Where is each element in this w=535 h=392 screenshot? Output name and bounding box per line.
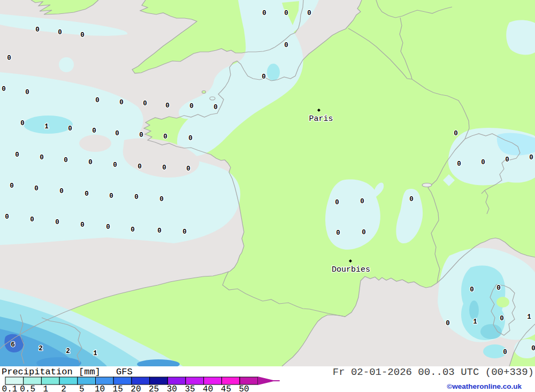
map-value-label: 0	[409, 196, 414, 203]
legend-color-stop	[150, 377, 168, 385]
map-value-label: 0	[457, 160, 461, 168]
map-value-label: 0	[496, 285, 501, 292]
legend-color-stop	[186, 377, 204, 385]
map-value-label: 0	[68, 125, 72, 133]
legend-tick-label: 5	[79, 385, 85, 392]
map-value-label: 0	[119, 99, 124, 106]
map-value-label: 0	[360, 198, 364, 205]
lake-geneva	[422, 183, 432, 187]
legend-tick-label: 2	[61, 385, 66, 392]
map-value-label: 0	[2, 86, 6, 93]
map-value-label: 0	[34, 185, 39, 193]
map-value-label: 6	[11, 341, 15, 349]
copyright-link[interactable]: ©weatheronline.co.uk	[447, 382, 522, 390]
map-value-label: 0	[307, 10, 311, 17]
map-value-label: 0	[165, 102, 170, 110]
map-value-label: 1	[93, 350, 97, 357]
legend-color-stop	[24, 377, 42, 385]
legend-color-stop	[204, 377, 222, 385]
map-value-label: 0	[7, 55, 11, 62]
map-value-label: 0	[189, 103, 194, 110]
map-value-label: 0	[20, 120, 25, 127]
map-value-label: 0	[95, 97, 100, 104]
map-value-label: 0	[336, 229, 340, 237]
weather-map-screenshot: 0000000000000000001000000000000000000000…	[0, 0, 535, 392]
map-value-label: 0	[88, 159, 93, 166]
precip-channel-spot	[267, 64, 280, 81]
map-value-label: 0	[92, 127, 96, 135]
legend-tick-label: 30	[167, 385, 177, 392]
legend-title: Precipitation	[2, 367, 73, 377]
legend-tick-label: 35	[185, 385, 195, 392]
legend-tick-label: 0.1	[2, 385, 18, 392]
legend-color-stop	[5, 377, 24, 385]
map-value-label: 0	[505, 156, 509, 164]
map-value-label: 0	[35, 26, 40, 34]
legend-color-stop	[167, 377, 186, 385]
city-label-paris: Paris	[309, 114, 333, 124]
legend-color-stop	[96, 377, 114, 385]
map-value-label: 0	[159, 196, 164, 203]
map-value-label: 1	[527, 313, 531, 321]
map-value-label: 0	[137, 163, 142, 171]
legend-tick-label: 0.5	[20, 385, 35, 392]
map-value-label: 0	[5, 213, 9, 221]
map-value-label: 0	[188, 135, 193, 142]
map-value-label: 0	[58, 29, 62, 36]
map-value-label: 2	[39, 345, 43, 352]
map-value-label: 0	[163, 133, 167, 141]
legend-color-stop	[221, 377, 240, 385]
legend-tick-label: 20	[131, 385, 141, 392]
legend-tick-label: 10	[95, 385, 105, 392]
legend-model: GFS	[116, 367, 133, 377]
map-value-label: 0	[481, 159, 485, 166]
map-value-label: 0	[335, 199, 339, 206]
map-value-label: 0	[55, 219, 59, 226]
map-value-label: 0	[80, 221, 85, 229]
map-value-label: 0	[262, 73, 266, 81]
map-value-label: 0	[30, 216, 34, 224]
map-value-label: 0	[15, 151, 19, 159]
map-value-label: 0	[109, 193, 113, 200]
precipitation-map: 0000000000000000001000000000000000000000…	[0, 0, 535, 392]
map-value-label: 0	[529, 154, 533, 162]
map-value-label: 0	[143, 100, 147, 107]
map-value-label: 0	[40, 154, 44, 162]
legend-tick-label: 15	[113, 385, 123, 392]
legend-tick-label: 40	[203, 385, 213, 392]
legend-color-stop	[59, 377, 78, 385]
legend-color-stop	[113, 377, 132, 385]
map-value-label: 0	[500, 315, 504, 322]
map-value-label: 0	[157, 227, 162, 235]
map-value-label: 0	[362, 229, 366, 236]
legend-colorbar	[5, 376, 280, 385]
map-value-label: 0	[85, 190, 89, 198]
map-value-label: 0	[59, 188, 64, 195]
map-value-label: 0	[131, 226, 135, 234]
map-value-label: 0	[454, 130, 458, 137]
map-value-label: 1	[473, 318, 477, 326]
map-value-label: 0	[470, 286, 474, 294]
map-value-label: 0	[106, 224, 110, 231]
map-value-label: 0	[186, 165, 190, 173]
map-value-label: 0	[213, 104, 218, 111]
land-corsica-gap	[496, 297, 509, 308]
precip-teal-spot	[480, 324, 502, 339]
legend-tick-label: 1	[43, 385, 49, 392]
legend-unit: [mm]	[79, 367, 101, 377]
map-value-label: 0	[503, 349, 507, 356]
map-value-label: 0	[284, 10, 288, 17]
map-value-label: 2	[66, 348, 70, 355]
precip-teal-spot	[469, 301, 479, 320]
map-value-label: 0	[80, 32, 85, 39]
map-value-label: 0	[134, 194, 139, 201]
map-value-label: 0	[64, 157, 68, 164]
legend-color-stop	[240, 377, 258, 385]
legend-tick-label: 25	[149, 385, 159, 392]
map-value-label: 1	[44, 123, 49, 130]
map-value-label: 0	[162, 164, 166, 172]
map-value-label: 0	[113, 162, 117, 169]
legend-footer: Precipitation [mm] GFS Fr 02-01-2026 00.…	[0, 366, 535, 392]
map-value-label: 0	[284, 42, 288, 49]
map-value-label: 0	[531, 345, 535, 352]
